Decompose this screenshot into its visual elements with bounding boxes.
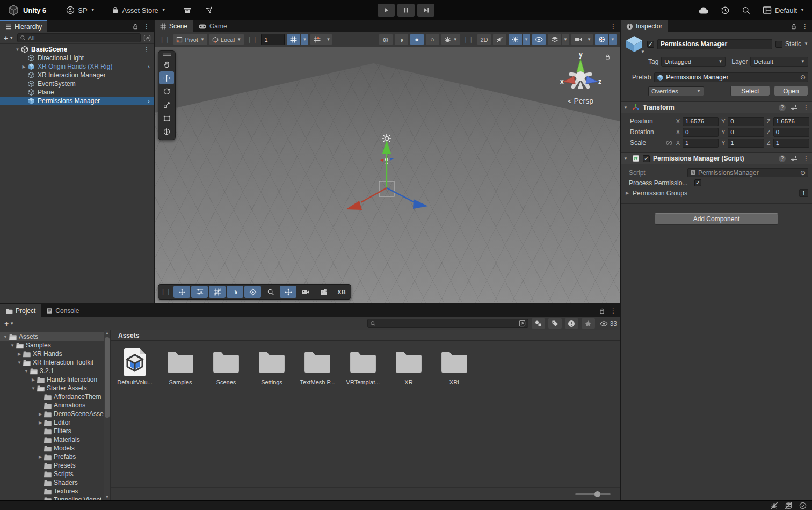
grid-axis-dropdown[interactable]: ▼ bbox=[301, 34, 308, 45]
asset-item-samples[interactable]: Samples bbox=[163, 348, 198, 385]
foldout-icon[interactable] bbox=[625, 191, 630, 195]
shaded-sphere-button[interactable]: ● bbox=[410, 34, 424, 45]
pause-button[interactable] bbox=[397, 4, 415, 17]
gizmos-button[interactable] bbox=[595, 34, 608, 45]
search-button[interactable] bbox=[742, 6, 751, 15]
hierarchy-search-input[interactable] bbox=[28, 35, 138, 41]
cache-server-disabled-icon[interactable] bbox=[785, 502, 793, 509]
presets-icon[interactable] bbox=[791, 104, 798, 111]
favorites-button[interactable] bbox=[582, 318, 595, 329]
tree-item-3-2-1[interactable]: 3.2.1 bbox=[0, 367, 104, 375]
foldout-icon[interactable] bbox=[9, 343, 16, 348]
tree-item-presets[interactable]: Presets bbox=[0, 461, 104, 470]
lighting-dropdown[interactable]: ▼ bbox=[523, 34, 530, 45]
foldout-icon[interactable] bbox=[37, 455, 44, 460]
cloud-services-button[interactable] bbox=[698, 6, 709, 14]
grid-axis-button[interactable] bbox=[287, 34, 300, 45]
debugger-disabled-icon[interactable] bbox=[770, 502, 778, 509]
tree-item-samples[interactable]: Samples bbox=[0, 341, 104, 349]
scale-x-field[interactable]: 1 bbox=[683, 139, 719, 148]
tree-item-assets[interactable]: Assets bbox=[0, 332, 104, 341]
transform-overlay-toggle[interactable] bbox=[280, 286, 296, 298]
rotate-tool[interactable] bbox=[160, 85, 174, 98]
tree-item-prefabs[interactable]: Prefabs bbox=[0, 453, 104, 461]
tab-console[interactable]: Console bbox=[41, 304, 84, 317]
script-component-header[interactable]: Permissions Manager (Script) ⋮ bbox=[621, 152, 812, 164]
scrollbar-thumb[interactable] bbox=[105, 337, 110, 418]
open-prefab-button[interactable]: Open bbox=[774, 86, 808, 96]
asset-item-xri[interactable]: XRI bbox=[437, 348, 472, 385]
scene-viewport[interactable]: y x z < bbox=[155, 47, 620, 303]
select-prefab-button[interactable]: Select bbox=[730, 86, 770, 96]
layers-dropdown[interactable]: ▼ bbox=[562, 34, 569, 45]
tools-toggle[interactable] bbox=[173, 286, 190, 298]
position-y-field[interactable]: 0 bbox=[728, 117, 764, 126]
tree-item-xr-interaction-toolkit[interactable]: XR Interaction Toolkit bbox=[0, 358, 104, 367]
hierarchy-item-xr-interaction-manager[interactable]: XR Interaction Manager bbox=[0, 71, 154, 79]
foldout-icon[interactable] bbox=[30, 386, 37, 391]
chevron-down-icon[interactable]: ▼ bbox=[641, 49, 645, 54]
audio-toggle-button[interactable] bbox=[493, 34, 506, 45]
search-by-label-button[interactable] bbox=[548, 318, 562, 329]
hand-tool[interactable] bbox=[160, 58, 174, 71]
drag-handle[interactable]: ❘❘ bbox=[158, 36, 171, 43]
step-button[interactable] bbox=[417, 4, 434, 17]
tree-item-models[interactable]: Models bbox=[0, 444, 104, 453]
camera-dropdown[interactable]: ▼ bbox=[585, 34, 593, 45]
create-asset-button[interactable]: +▼ bbox=[3, 319, 15, 328]
lock-icon[interactable] bbox=[791, 23, 797, 30]
tab-inspector[interactable]: Inspector bbox=[621, 20, 668, 32]
play-button[interactable] bbox=[378, 4, 395, 17]
search-by-type-button[interactable] bbox=[532, 318, 545, 329]
lock-icon[interactable] bbox=[605, 54, 611, 60]
panel-menu-icon[interactable]: ⋮ bbox=[610, 23, 617, 30]
panel-menu-icon[interactable]: ⋮ bbox=[610, 307, 617, 315]
hierarchy-search[interactable] bbox=[17, 33, 141, 42]
layers-button[interactable] bbox=[548, 34, 561, 45]
foldout-icon[interactable] bbox=[14, 47, 21, 52]
importance-filter-button[interactable] bbox=[565, 318, 578, 329]
activity-ok-icon[interactable] bbox=[799, 502, 807, 509]
hierarchy-item-basicscene[interactable]: BasicScene⋮ bbox=[0, 45, 154, 54]
x-axis-arrow[interactable] bbox=[361, 188, 387, 202]
tree-item-animations[interactable]: Animations bbox=[0, 401, 104, 410]
camera-overlay-button[interactable] bbox=[571, 34, 585, 45]
move-tool[interactable] bbox=[160, 71, 174, 84]
search-overlay-toggle[interactable] bbox=[262, 286, 279, 298]
gizmos-dropdown[interactable]: ▼ bbox=[609, 34, 617, 45]
component-enabled-checkbox[interactable] bbox=[643, 155, 650, 162]
tab-scene[interactable]: Scene bbox=[155, 20, 193, 32]
tree-item-shaders[interactable]: Shaders bbox=[0, 478, 104, 487]
object-picker-icon[interactable]: ⊙ bbox=[800, 169, 806, 177]
layout-selector[interactable]: Default ▼ bbox=[763, 6, 804, 14]
pivot-mode-dropdown[interactable]: Pivot ▼ bbox=[173, 34, 207, 45]
tree-item-textures[interactable]: Textures bbox=[0, 487, 104, 496]
drag-handle[interactable]: ❘❘ bbox=[462, 36, 475, 43]
overlay-drag-handle[interactable]: ❘❘ bbox=[160, 288, 172, 295]
position-x-field[interactable]: 1.6576 bbox=[683, 117, 719, 126]
panel-menu-icon[interactable]: ⋮ bbox=[802, 23, 808, 30]
snap-settings-dropdown[interactable]: ▼ bbox=[324, 34, 332, 45]
foldout-icon[interactable] bbox=[37, 420, 44, 425]
asset-item-textmesh-p[interactable]: TextMesh P... bbox=[300, 348, 335, 385]
active-checkbox[interactable] bbox=[647, 41, 654, 48]
panel-menu-icon[interactable]: ⋮ bbox=[143, 23, 150, 30]
chevron-down-icon[interactable]: ▼ bbox=[804, 42, 808, 46]
scale-z-field[interactable]: 1 bbox=[773, 139, 809, 148]
help-icon[interactable] bbox=[779, 104, 786, 111]
foldout-icon[interactable] bbox=[16, 360, 23, 365]
object-name-input[interactable] bbox=[661, 40, 769, 49]
tree-item-filters[interactable]: Filters bbox=[0, 427, 104, 435]
foldout-icon[interactable] bbox=[37, 412, 44, 417]
tree-scrollbar[interactable]: ▲ ▼ bbox=[104, 330, 111, 500]
xb-overlay-toggle[interactable]: XB bbox=[333, 286, 350, 298]
overrides-dropdown[interactable]: Overrides ▼ bbox=[648, 86, 704, 96]
rotation-y-field[interactable]: 0 bbox=[728, 128, 764, 137]
y-axis-cone[interactable] bbox=[382, 140, 391, 154]
foldout-icon[interactable] bbox=[624, 105, 629, 110]
asset-item-vrtemplat[interactable]: VRTemplat... bbox=[345, 348, 381, 385]
tree-item-materials[interactable]: Materials bbox=[0, 435, 104, 444]
orientation-gizmo[interactable]: y x z < bbox=[548, 50, 613, 105]
foldout-icon[interactable] bbox=[23, 369, 30, 374]
tree-item-scripts[interactable]: Scripts bbox=[0, 470, 104, 478]
